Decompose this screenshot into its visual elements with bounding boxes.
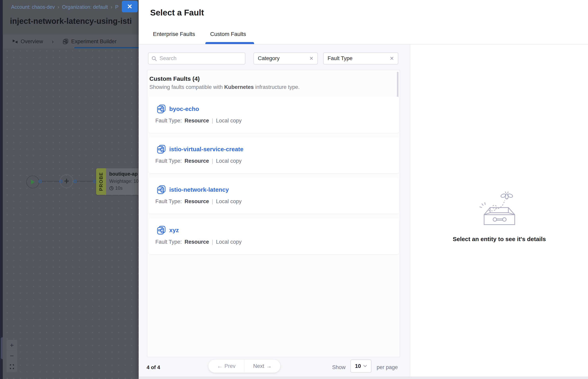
search-icon bbox=[151, 56, 157, 61]
connector-dot bbox=[73, 180, 77, 183]
pipeline-start-node[interactable] bbox=[26, 175, 39, 189]
chevron-right-icon: › bbox=[52, 38, 54, 45]
tab-experiment-builder[interactable]: Experiment Builder bbox=[63, 38, 117, 45]
screen: Account: chaos-dev › Organization: defau… bbox=[0, 0, 588, 379]
fault-type-value: Resource bbox=[185, 158, 209, 164]
category-filter-dropdown[interactable]: Category ✕ bbox=[253, 52, 318, 64]
fit-to-screen-button[interactable] bbox=[7, 361, 17, 372]
pipeline-canvas[interactable]: + PROBE boutique-ap Weightage: 10 1 bbox=[3, 48, 139, 379]
fault-card[interactable]: xyz Fault Type: Resource | Local copy bbox=[149, 218, 399, 254]
left-nav-rail bbox=[0, 0, 3, 379]
prev-page-button[interactable]: ← Prev bbox=[208, 360, 245, 373]
connector-dot bbox=[38, 180, 42, 183]
local-copy-badge: Local copy bbox=[216, 158, 242, 164]
fault-type-filter-dropdown[interactable]: Fault Type ✕ bbox=[323, 52, 398, 64]
fault-details-panel: Select an entity to see it's details bbox=[410, 45, 588, 379]
results-subtitle: Showing faults compatible with Kubernete… bbox=[149, 84, 400, 90]
fault-list-panel: Category ✕ Fault Type ✕ Custom Faults (4… bbox=[139, 45, 410, 379]
fault-name-link[interactable]: xyz bbox=[169, 227, 179, 234]
chevron-down-icon bbox=[363, 365, 367, 367]
page-size-select[interactable]: 10 bbox=[351, 360, 371, 373]
tab-overview-label: Overview bbox=[21, 38, 43, 45]
results-heading: Custom Faults (4) bbox=[149, 75, 400, 82]
fault-name-link[interactable]: istio-network-latency bbox=[169, 186, 229, 193]
fault-card[interactable]: istio-virtual-service-create Fault Type:… bbox=[149, 137, 399, 173]
page-size-value: 10 bbox=[355, 363, 361, 369]
drawer-title: Select a Fault bbox=[150, 8, 204, 17]
custom-fault-icon bbox=[156, 185, 166, 194]
connector-line bbox=[42, 181, 59, 182]
probe-tag: PROBE bbox=[96, 168, 106, 195]
fault-card[interactable]: byoc-echo Fault Type: Resource | Local c… bbox=[149, 97, 399, 133]
zoom-out-button[interactable]: − bbox=[7, 351, 17, 361]
search-input[interactable] bbox=[159, 55, 242, 62]
meta-divider: | bbox=[212, 158, 213, 164]
details-empty-state: Select an entity to see it's details bbox=[410, 191, 588, 242]
search-box bbox=[148, 52, 245, 64]
select-fault-drawer: ✕ Select a Fault Enterprise Faults Custo… bbox=[139, 0, 588, 379]
clear-fault-type-filter-icon[interactable]: ✕ bbox=[390, 56, 394, 61]
fault-name-link[interactable]: istio-virtual-service-create bbox=[169, 146, 244, 153]
pagination-footer: 4 of 4 ← Prev Next → Show 10 bbox=[139, 357, 410, 379]
overview-icon bbox=[12, 39, 18, 44]
breadcrumb-organization-link[interactable]: Organization: default bbox=[62, 4, 108, 10]
probe-node-body: boutique-ap Weightage: 10 10s bbox=[106, 168, 141, 195]
next-page-label: Next bbox=[253, 363, 264, 369]
probe-node-card[interactable]: PROBE boutique-ap Weightage: 10 10s bbox=[96, 168, 141, 195]
zoom-in-button[interactable]: + bbox=[7, 340, 17, 351]
fault-results-container: Custom Faults (4) Showing faults compati… bbox=[147, 70, 400, 357]
tab-overview[interactable]: Overview bbox=[12, 38, 43, 45]
tab-custom-faults[interactable]: Custom Faults bbox=[210, 31, 246, 37]
meta-divider: | bbox=[212, 198, 213, 205]
empty-drawer-illustration bbox=[477, 191, 522, 229]
fault-type-value: Resource bbox=[185, 118, 209, 124]
fault-card[interactable]: istio-network-latency Fault Type: Resour… bbox=[149, 177, 399, 214]
arrow-right-icon: → bbox=[266, 363, 271, 369]
pagination-range: 4 of 4 bbox=[147, 364, 160, 370]
probe-node-title: boutique-ap bbox=[109, 171, 141, 177]
fault-type-label: Fault Type: bbox=[155, 239, 182, 245]
active-tab-underline bbox=[205, 42, 254, 44]
breadcrumb-account-link[interactable]: Account: chaos-dev bbox=[11, 4, 55, 10]
category-filter-label: Category bbox=[258, 55, 280, 62]
fault-type-filter-label: Fault Type bbox=[328, 55, 353, 62]
fault-name-link[interactable]: byoc-echo bbox=[169, 106, 199, 112]
chevron-right-icon: › bbox=[58, 4, 59, 10]
page-title: inject-network-latency-using-isti bbox=[10, 17, 139, 26]
add-step-button[interactable]: + bbox=[60, 174, 73, 188]
clock-icon bbox=[109, 186, 114, 190]
probe-node-duration: 10s bbox=[115, 186, 123, 191]
next-page-button[interactable]: Next → bbox=[245, 360, 281, 373]
probe-node-weightage: Weightage: 10 bbox=[109, 179, 141, 184]
details-empty-message: Select an entity to see it's details bbox=[453, 236, 546, 242]
tab-experiment-builder-label: Experiment Builder bbox=[71, 38, 117, 45]
experiment-builder-icon bbox=[63, 38, 68, 45]
play-icon bbox=[31, 179, 35, 185]
fault-type-value: Resource bbox=[185, 198, 209, 205]
meta-divider: | bbox=[212, 239, 213, 245]
breadcrumb-project-link[interactable]: P bbox=[115, 4, 118, 10]
pagination-controls: ← Prev Next → bbox=[208, 360, 280, 373]
fault-source-tabs: Enterprise Faults Custom Faults bbox=[139, 30, 588, 45]
fullscreen-icon bbox=[10, 364, 14, 369]
probe-tag-label: PROBE bbox=[98, 172, 104, 191]
connector-line bbox=[77, 181, 93, 182]
meta-divider: | bbox=[212, 118, 213, 124]
show-label: Show bbox=[332, 364, 346, 370]
per-page-label: per page bbox=[377, 364, 398, 370]
prev-page-label: Prev bbox=[224, 363, 235, 369]
local-copy-badge: Local copy bbox=[216, 118, 242, 124]
clear-category-filter-icon[interactable]: ✕ bbox=[309, 56, 314, 61]
tab-enterprise-faults[interactable]: Enterprise Faults bbox=[153, 31, 195, 37]
fault-type-value: Resource bbox=[185, 239, 209, 245]
arrow-left-icon: ← bbox=[217, 363, 222, 369]
custom-fault-icon bbox=[156, 144, 166, 154]
fault-type-label: Fault Type: bbox=[155, 118, 182, 124]
drawer-bottom-scroll-track[interactable] bbox=[139, 377, 588, 379]
custom-fault-icon bbox=[156, 104, 166, 114]
canvas-zoom-controls: + − bbox=[7, 340, 17, 372]
local-copy-badge: Local copy bbox=[216, 239, 242, 245]
experiment-tab-bar: Overview › Experiment Builder bbox=[3, 35, 139, 48]
fault-type-label: Fault Type: bbox=[155, 158, 182, 164]
close-drawer-button[interactable]: ✕ bbox=[122, 1, 138, 12]
